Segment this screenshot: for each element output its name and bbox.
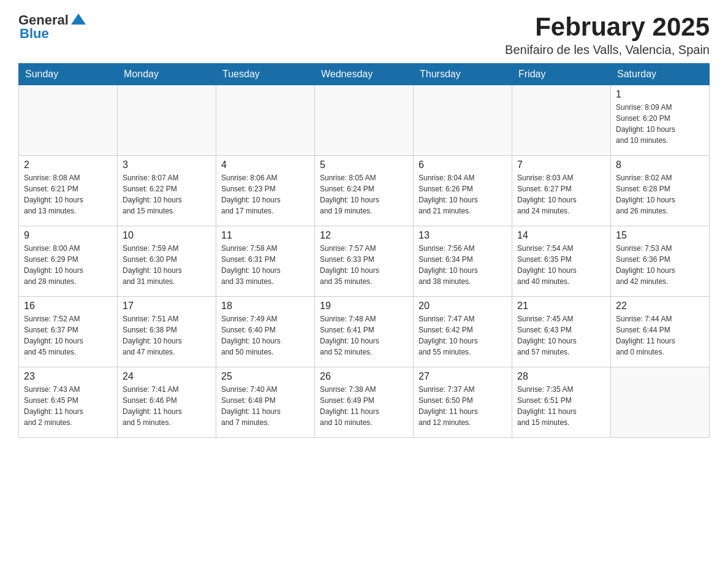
day-number: 21 bbox=[517, 301, 605, 312]
day-number: 19 bbox=[320, 301, 408, 312]
calendar-cell: 10Sunrise: 7:59 AM Sunset: 6:30 PM Dayli… bbox=[118, 226, 216, 297]
calendar-cell: 6Sunrise: 8:04 AM Sunset: 6:26 PM Daylig… bbox=[414, 156, 512, 226]
day-info: Sunrise: 7:52 AM Sunset: 6:37 PM Dayligh… bbox=[24, 313, 112, 358]
day-info: Sunrise: 8:04 AM Sunset: 6:26 PM Dayligh… bbox=[419, 172, 507, 216]
calendar-week-row: 9Sunrise: 8:00 AM Sunset: 6:29 PM Daylig… bbox=[19, 226, 710, 297]
calendar-cell: 25Sunrise: 7:40 AM Sunset: 6:48 PM Dayli… bbox=[216, 367, 315, 438]
day-info: Sunrise: 7:51 AM Sunset: 6:38 PM Dayligh… bbox=[123, 313, 211, 358]
calendar-cell: 15Sunrise: 7:53 AM Sunset: 6:36 PM Dayli… bbox=[611, 226, 710, 297]
day-info: Sunrise: 7:49 AM Sunset: 6:40 PM Dayligh… bbox=[221, 313, 309, 358]
day-info: Sunrise: 8:05 AM Sunset: 6:24 PM Dayligh… bbox=[320, 172, 408, 216]
day-number: 11 bbox=[221, 230, 309, 241]
calendar-cell: 4Sunrise: 8:06 AM Sunset: 6:23 PM Daylig… bbox=[216, 156, 315, 226]
calendar-cell bbox=[414, 85, 512, 156]
weekday-header-sunday: Sunday bbox=[19, 64, 118, 85]
calendar-cell: 11Sunrise: 7:58 AM Sunset: 6:31 PM Dayli… bbox=[216, 226, 315, 297]
calendar-cell: 18Sunrise: 7:49 AM Sunset: 6:40 PM Dayli… bbox=[216, 297, 315, 367]
calendar-cell: 2Sunrise: 8:08 AM Sunset: 6:21 PM Daylig… bbox=[19, 156, 118, 226]
calendar-cell bbox=[19, 85, 118, 156]
logo: General Blue bbox=[18, 12, 87, 42]
day-info: Sunrise: 7:59 AM Sunset: 6:30 PM Dayligh… bbox=[123, 243, 211, 287]
day-info: Sunrise: 7:40 AM Sunset: 6:48 PM Dayligh… bbox=[221, 384, 309, 428]
day-number: 7 bbox=[517, 159, 605, 170]
day-number: 27 bbox=[419, 371, 507, 382]
day-number: 25 bbox=[221, 371, 309, 382]
calendar-title: February 2025 bbox=[505, 12, 710, 42]
day-number: 16 bbox=[24, 301, 112, 312]
day-info: Sunrise: 7:44 AM Sunset: 6:44 PM Dayligh… bbox=[616, 313, 704, 358]
day-info: Sunrise: 7:41 AM Sunset: 6:46 PM Dayligh… bbox=[123, 384, 211, 428]
calendar-header-row: SundayMondayTuesdayWednesdayThursdayFrid… bbox=[19, 64, 710, 85]
day-info: Sunrise: 7:38 AM Sunset: 6:49 PM Dayligh… bbox=[320, 384, 408, 428]
day-info: Sunrise: 7:57 AM Sunset: 6:33 PM Dayligh… bbox=[320, 243, 408, 287]
day-number: 13 bbox=[419, 230, 507, 241]
calendar-cell: 13Sunrise: 7:56 AM Sunset: 6:34 PM Dayli… bbox=[414, 226, 512, 297]
calendar-cell: 28Sunrise: 7:35 AM Sunset: 6:51 PM Dayli… bbox=[512, 367, 611, 438]
svg-marker-0 bbox=[71, 13, 86, 25]
calendar-cell: 7Sunrise: 8:03 AM Sunset: 6:27 PM Daylig… bbox=[512, 156, 611, 226]
day-info: Sunrise: 7:56 AM Sunset: 6:34 PM Dayligh… bbox=[419, 243, 507, 287]
day-number: 20 bbox=[419, 301, 507, 312]
calendar-subtitle: Benifairo de les Valls, Valencia, Spain bbox=[505, 43, 710, 57]
calendar-cell bbox=[118, 85, 216, 156]
day-number: 4 bbox=[221, 159, 309, 170]
day-info: Sunrise: 7:45 AM Sunset: 6:43 PM Dayligh… bbox=[517, 313, 605, 358]
calendar-cell bbox=[611, 367, 710, 438]
day-number: 5 bbox=[320, 159, 408, 170]
calendar-cell: 22Sunrise: 7:44 AM Sunset: 6:44 PM Dayli… bbox=[611, 297, 710, 367]
day-info: Sunrise: 8:09 AM Sunset: 6:20 PM Dayligh… bbox=[616, 102, 704, 146]
day-number: 24 bbox=[123, 371, 211, 382]
day-info: Sunrise: 8:02 AM Sunset: 6:28 PM Dayligh… bbox=[616, 172, 704, 216]
day-info: Sunrise: 8:07 AM Sunset: 6:22 PM Dayligh… bbox=[123, 172, 211, 216]
calendar-table: SundayMondayTuesdayWednesdayThursdayFrid… bbox=[18, 63, 710, 438]
weekday-header-thursday: Thursday bbox=[414, 64, 512, 85]
calendar-week-row: 1Sunrise: 8:09 AM Sunset: 6:20 PM Daylig… bbox=[19, 85, 710, 156]
day-info: Sunrise: 8:08 AM Sunset: 6:21 PM Dayligh… bbox=[24, 172, 112, 216]
calendar-cell: 24Sunrise: 7:41 AM Sunset: 6:46 PM Dayli… bbox=[118, 367, 216, 438]
day-number: 18 bbox=[221, 301, 309, 312]
calendar-cell: 26Sunrise: 7:38 AM Sunset: 6:49 PM Dayli… bbox=[315, 367, 414, 438]
calendar-week-row: 2Sunrise: 8:08 AM Sunset: 6:21 PM Daylig… bbox=[19, 156, 710, 226]
calendar-cell: 5Sunrise: 8:05 AM Sunset: 6:24 PM Daylig… bbox=[315, 156, 414, 226]
day-number: 23 bbox=[24, 371, 112, 382]
weekday-header-wednesday: Wednesday bbox=[315, 64, 414, 85]
weekday-header-monday: Monday bbox=[118, 64, 216, 85]
day-number: 10 bbox=[123, 230, 211, 241]
day-number: 8 bbox=[616, 159, 704, 170]
calendar-cell: 3Sunrise: 8:07 AM Sunset: 6:22 PM Daylig… bbox=[118, 156, 216, 226]
day-number: 28 bbox=[517, 371, 605, 382]
calendar-week-row: 16Sunrise: 7:52 AM Sunset: 6:37 PM Dayli… bbox=[19, 297, 710, 367]
day-info: Sunrise: 8:03 AM Sunset: 6:27 PM Dayligh… bbox=[517, 172, 605, 216]
day-number: 2 bbox=[24, 159, 112, 170]
day-info: Sunrise: 7:54 AM Sunset: 6:35 PM Dayligh… bbox=[517, 243, 605, 287]
day-info: Sunrise: 7:37 AM Sunset: 6:50 PM Dayligh… bbox=[419, 384, 507, 428]
day-info: Sunrise: 7:48 AM Sunset: 6:41 PM Dayligh… bbox=[320, 313, 408, 358]
logo-icon bbox=[70, 11, 87, 28]
weekday-header-tuesday: Tuesday bbox=[216, 64, 315, 85]
day-info: Sunrise: 7:43 AM Sunset: 6:45 PM Dayligh… bbox=[24, 384, 112, 428]
calendar-cell: 21Sunrise: 7:45 AM Sunset: 6:43 PM Dayli… bbox=[512, 297, 611, 367]
weekday-header-saturday: Saturday bbox=[611, 64, 710, 85]
day-number: 26 bbox=[320, 371, 408, 382]
day-info: Sunrise: 7:47 AM Sunset: 6:42 PM Dayligh… bbox=[419, 313, 507, 358]
calendar-cell: 14Sunrise: 7:54 AM Sunset: 6:35 PM Dayli… bbox=[512, 226, 611, 297]
day-number: 12 bbox=[320, 230, 408, 241]
day-number: 15 bbox=[616, 230, 704, 241]
title-area: February 2025 Benifairo de les Valls, Va… bbox=[505, 12, 710, 57]
calendar-cell: 19Sunrise: 7:48 AM Sunset: 6:41 PM Dayli… bbox=[315, 297, 414, 367]
calendar-cell: 12Sunrise: 7:57 AM Sunset: 6:33 PM Dayli… bbox=[315, 226, 414, 297]
day-number: 9 bbox=[24, 230, 112, 241]
day-number: 3 bbox=[123, 159, 211, 170]
day-info: Sunrise: 8:06 AM Sunset: 6:23 PM Dayligh… bbox=[221, 172, 309, 216]
weekday-header-friday: Friday bbox=[512, 64, 611, 85]
day-number: 6 bbox=[419, 159, 507, 170]
calendar-week-row: 23Sunrise: 7:43 AM Sunset: 6:45 PM Dayli… bbox=[19, 367, 710, 438]
day-info: Sunrise: 8:00 AM Sunset: 6:29 PM Dayligh… bbox=[24, 243, 112, 287]
calendar-cell bbox=[315, 85, 414, 156]
day-number: 22 bbox=[616, 301, 704, 312]
day-info: Sunrise: 7:53 AM Sunset: 6:36 PM Dayligh… bbox=[616, 243, 704, 287]
day-info: Sunrise: 7:58 AM Sunset: 6:31 PM Dayligh… bbox=[221, 243, 309, 287]
calendar-cell bbox=[216, 85, 315, 156]
calendar-cell: 8Sunrise: 8:02 AM Sunset: 6:28 PM Daylig… bbox=[611, 156, 710, 226]
calendar-cell: 27Sunrise: 7:37 AM Sunset: 6:50 PM Dayli… bbox=[414, 367, 512, 438]
